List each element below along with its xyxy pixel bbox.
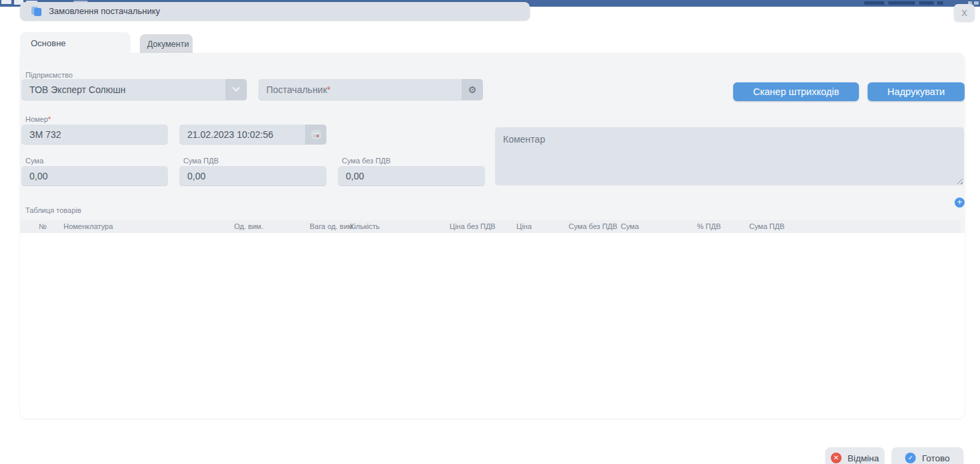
enterprise-select[interactable]: ТОВ Эксперт Солюшн (21, 79, 247, 100)
close-button[interactable]: X (954, 4, 975, 21)
calendar-icon[interactable] (305, 125, 326, 145)
done-button[interactable]: ✓ Готово (892, 447, 963, 464)
done-icon: ✓ (905, 453, 916, 463)
app-window: Замовлення постачальнику X Основне Докум… (0, 0, 980, 464)
sum-vat-field[interactable] (179, 166, 326, 186)
sum-vat-input[interactable] (179, 166, 326, 186)
topbar-text-fragment (974, 1, 979, 5)
cancel-icon: ✕ (831, 453, 842, 463)
barcode-scanner-button[interactable]: Сканер штрихкодів (733, 82, 859, 101)
col-sum-vat: Сума ПДВ (749, 222, 785, 230)
col-sum: Сума (621, 222, 639, 230)
topbar-text-fragment (919, 1, 934, 5)
cancel-button[interactable]: ✕ Відміна (825, 447, 884, 464)
date-input[interactable] (179, 125, 305, 145)
enterprise-label: Підприємство (25, 71, 73, 79)
sum-no-vat-input[interactable] (338, 166, 485, 186)
col-vat-percent: % ПДВ (697, 222, 721, 230)
sum-no-vat-field[interactable] (338, 166, 485, 186)
window-title: Замовлення постачальнику (49, 6, 160, 16)
col-unit-weight: Вага од. вим. (310, 222, 355, 230)
table-header: № Номенклатура Од. вим. Вага од. вим. Кі… (20, 220, 961, 233)
supplier-field[interactable]: Постачальник* ⚙ (258, 79, 483, 100)
table-body (20, 233, 965, 418)
main-panel: Підприємство ТОВ Эксперт Солюшн Постачал… (20, 53, 965, 418)
topbar-text-fragment (937, 1, 943, 5)
number-field[interactable] (21, 125, 168, 145)
products-table-label: Таблиця товарів (25, 206, 81, 214)
topbar-logo-fragment (1, 0, 11, 4)
sum-no-vat-label: Сума без ПДВ (342, 157, 391, 165)
comment-textarea[interactable] (495, 127, 964, 185)
col-quantity: Кількість (350, 222, 380, 230)
chevron-down-icon[interactable] (225, 79, 247, 100)
col-price-no-vat: Ціна без ПДВ (450, 222, 496, 230)
tab-documents[interactable]: Документи (140, 34, 193, 54)
topbar-text-fragment (864, 1, 884, 5)
comment-field[interactable] (495, 127, 964, 185)
document-icon (31, 6, 42, 17)
col-nomenclature: Номенклатура (64, 222, 113, 230)
window-title-tab[interactable]: Замовлення постачальнику (20, 2, 530, 20)
col-sum-no-vat: Сума без ПДВ (569, 222, 617, 230)
topbar-text-fragment (888, 1, 915, 5)
sum-vat-label: Сума ПДВ (183, 157, 219, 165)
sum-field[interactable] (21, 166, 168, 186)
tab-main[interactable]: Основне (20, 32, 130, 54)
gear-icon[interactable]: ⚙ (462, 79, 483, 100)
number-label: Номер* (25, 115, 51, 123)
sum-label: Сума (25, 157, 43, 165)
number-input[interactable] (21, 125, 168, 145)
col-unit: Од. вим. (234, 222, 263, 230)
add-row-button[interactable]: + (955, 198, 965, 208)
col-price: Ціна (516, 222, 532, 230)
print-button[interactable]: Надрукувати (868, 82, 965, 101)
date-field[interactable] (179, 125, 326, 145)
sum-input[interactable] (21, 166, 168, 186)
col-number: № (39, 222, 47, 230)
